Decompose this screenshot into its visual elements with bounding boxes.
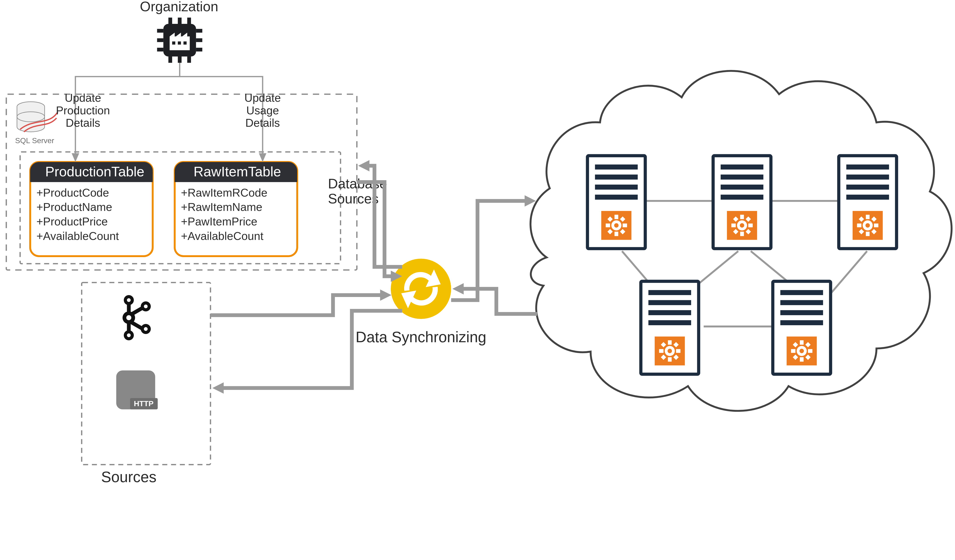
sql-server-label: SQL Server [15,136,54,145]
edge-sync-to-cloud [451,195,536,300]
rawitem-field-0: +RawItemRCode [181,186,267,199]
svg-marker-72 [212,382,224,393]
svg-marker-71 [380,289,391,301]
server-node-3 [839,156,897,249]
rawitem-field-2: +PawItemPrice [181,215,257,228]
server-node-2 [713,156,771,249]
edge-update-usage-l3: Details [246,116,280,129]
svg-marker-52 [259,153,266,162]
server-node-1 [587,156,645,249]
svg-point-61 [127,298,131,302]
svg-rect-36 [178,56,182,63]
production-field-3: +AvailableCount [36,229,119,242]
svg-point-64 [144,304,148,308]
edge-update-production-l2: Production [56,104,110,117]
svg-rect-37 [187,56,191,63]
svg-marker-74 [452,283,463,295]
server-node-5 [773,281,831,374]
http-badge-text: HTTP [134,399,153,408]
edge-update-production: Update Production Details [56,76,180,162]
server-node-4 [641,281,699,374]
svg-rect-33 [178,17,182,24]
production-field-0: +ProductCode [36,186,109,199]
organization-chip-icon [157,17,202,63]
edge-update-usage: Update Usage Details [180,76,281,162]
edge-update-usage-l2: Usage [246,104,279,117]
kafka-icon [122,295,151,340]
svg-point-62 [126,315,131,320]
edge-sync-to-http [212,311,402,393]
svg-rect-48 [172,41,175,44]
rawitem-field-3: +AvailableCount [181,229,263,242]
svg-rect-39 [157,38,163,42]
http-icon: HTTP [116,370,158,409]
svg-point-65 [144,327,148,331]
production-field-1: +ProductName [36,201,112,214]
data-sync-label: Data Synchronizing [355,329,487,345]
organization-label: Organization [140,0,218,14]
edge-update-production-l1: Update [65,91,101,104]
rawitem-table: RawItemTable +RawItemRCode +RawItemName … [175,162,297,256]
svg-rect-41 [196,29,202,33]
production-field-2: +ProductPrice [36,215,108,228]
rawitem-field-1: +RawItemName [181,201,262,214]
database-sources-label-l2: Sources [328,191,379,206]
production-table-title: ProductionTable [45,164,144,179]
svg-rect-49 [178,41,181,44]
svg-rect-34 [187,17,191,24]
svg-line-3 [829,251,867,295]
svg-rect-38 [157,29,163,33]
rawitem-table-title: RawItemTable [194,164,281,179]
cloud-cluster [531,71,952,411]
svg-rect-40 [157,48,163,51]
edge-update-usage-l1: Update [244,91,281,104]
svg-point-63 [127,334,131,337]
svg-marker-51 [72,153,79,162]
sql-server-icon: SQL Server [15,102,58,145]
production-table: ProductionTable +ProductCode +ProductNam… [30,162,153,256]
svg-rect-50 [183,41,186,44]
svg-rect-43 [196,48,202,51]
svg-rect-35 [169,56,172,63]
svg-marker-70 [358,160,369,172]
edge-update-production-l3: Details [66,116,100,129]
other-sources-label: Sources [101,469,157,485]
svg-rect-42 [196,38,202,42]
svg-rect-32 [169,17,172,24]
